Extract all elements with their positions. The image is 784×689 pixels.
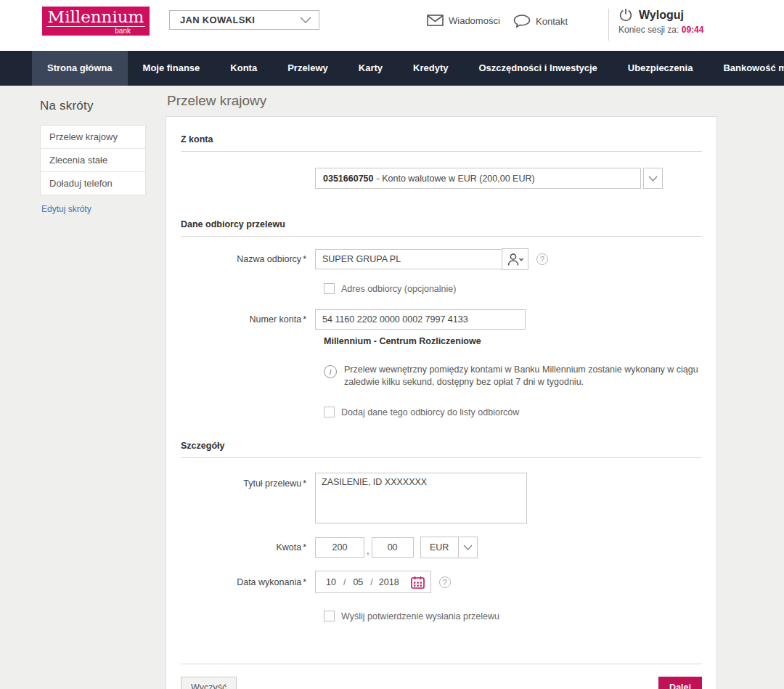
next-button[interactable]: Dalej [658,677,702,689]
info-icon: i [324,365,337,378]
envelope-icon [427,15,444,26]
account-number-input[interactable] [315,309,526,330]
form-buttons-row: Wyczyść Dalej [181,677,702,689]
add-recipient-checkbox-label: Dodaj dane tego odbiorcy do listy odbior… [341,407,519,417]
date-month[interactable]: 05 [346,577,370,587]
address-checkbox[interactable] [324,283,335,294]
amount-whole-input[interactable] [315,537,364,558]
logo-sub-label: bank [42,27,150,36]
date-day[interactable]: 10 [319,577,343,587]
amount-fraction-input[interactable] [372,537,414,558]
from-account-select[interactable]: 0351660750 - Konto walutowe w EUR (200,0… [315,168,641,189]
section-divider [181,236,702,237]
required-mark: * [303,542,306,553]
transfer-title-label: Tytuł przelewu* [181,473,315,489]
transfer-form-panel: Z konta 0351660750 - Konto walutowe w EU… [166,116,717,689]
required-mark: * [303,314,306,325]
shortcut-doladuj-telefon[interactable]: Doładuj telefon [41,172,145,195]
recipient-address-checkbox-row: Adres odbiorcy (opcjonalnie) [324,283,702,294]
execution-date-label: Data wykonania* [181,577,315,587]
header-divider [608,9,609,41]
account-description: - Konto walutowe w EUR (200,00 EUR) [377,174,535,184]
recipient-name-label: Nazwa odbiorcy* [181,254,315,264]
add-recipient-checkbox-row: Dodaj dane tego odbiorcy do listy odbior… [324,407,702,417]
session-time-value: 09:44 [682,25,704,35]
recipient-picker-button[interactable] [502,248,528,270]
clear-button[interactable]: Wyczyść [181,677,237,689]
transfer-title-row: Tytuł przelewu* ZASILENIE, ID XXXXXXX [181,473,702,523]
date-input-group[interactable]: 10 / 05 / 2018 [315,571,431,593]
recipient-help-icon[interactable]: ? [536,253,548,265]
nav-item-konta[interactable]: Konta [215,51,272,86]
add-recipient-checkbox[interactable] [324,407,335,417]
confirmation-checkbox-row: Wyślij potwierdzenie wysłania przelewu [324,611,702,621]
nav-item-strona-glowna[interactable]: Strona główna [32,51,128,86]
logo-wordmark: Millennium [46,7,145,27]
logout-button[interactable]: Wyloguj [618,8,703,23]
currency-select[interactable]: EUR [420,537,478,558]
nav-item-karty[interactable]: Karty [343,51,398,86]
page-title: Przelew krajowy [167,93,717,109]
shortcuts-title: Na skróty [40,99,146,113]
session-timer: Koniec sesji za: 09:44 [618,25,703,35]
person-icon [507,253,524,266]
nav-item-oszczednosci[interactable]: Oszczędności i Inwestycje [463,51,612,86]
user-profile-dropdown[interactable]: JAN KOWALSKI [169,10,319,30]
recipient-name-input[interactable] [315,249,502,269]
section-recipient: Dane odbiorcy przelewu [181,189,702,229]
main-navbar: Strona główna Moje finanse Konta Przelew… [0,51,784,86]
from-account-row: 0351660750 - Konto walutowe w EUR (200,0… [315,168,702,189]
section-details: Szczegóły [181,417,702,451]
messages-button[interactable]: Wiadomości [427,15,500,26]
shortcuts-sidebar: Na skróty Przelew krajowy Zlecenia stałe… [40,99,146,215]
contact-button[interactable]: Kontakt [513,15,568,28]
account-number: 0351660750 [323,174,374,184]
section-divider [181,457,702,458]
account-number-label: Numer konta* [181,314,315,325]
required-mark: * [303,577,306,587]
edit-shortcuts-link[interactable]: Edytuj skróty [41,204,91,214]
decimal-separator: , [367,545,369,556]
nav-item-bankowosc-mobilna[interactable]: Bankowość mobilna [708,51,784,86]
shortcut-zlecenia-stale[interactable]: Zlecenia stałe [41,149,145,172]
user-name: JAN KOWALSKI [180,15,255,25]
millennium-logo[interactable]: Millennium bank [42,7,150,36]
chevron-down-icon [648,176,658,182]
section-from-account: Z konta [181,117,702,144]
required-mark: * [303,254,306,264]
execution-date-row: Data wykonania* 10 / 05 / 2018 [181,571,702,593]
session-label: Koniec sesji za: [618,25,679,35]
nav-item-ubezpieczenia[interactable]: Ubezpieczenia [613,51,709,86]
address-checkbox-label: Adres odbiorcy (opcjonalnie) [341,284,456,294]
currency-value: EUR [421,537,458,558]
required-mark: * [303,478,306,489]
logout-label: Wyloguj [639,9,684,22]
recipient-bank-name: Millennium - Centrum Rozliczeniowe [324,336,702,346]
bottom-divider [181,664,702,664]
transfer-title-textarea[interactable]: ZASILENIE, ID XXXXXXX [315,473,527,523]
calendar-icon[interactable] [411,576,425,589]
chat-bubble-icon [513,15,531,28]
chevron-down-icon [458,537,477,558]
nav-item-przelewy[interactable]: Przelewy [272,51,343,86]
recipient-name-row: Nazwa odbiorcy* ? [181,248,702,270]
messages-label: Wiadomości [449,15,500,26]
nav-item-moje-finanse[interactable]: Moje finanse [128,51,216,86]
chevron-down-icon [300,17,311,23]
header: Millennium bank JAN KOWALSKI Wiadomości … [0,0,784,51]
confirmation-checkbox[interactable] [324,611,335,621]
amount-label: Kwota* [181,542,315,553]
contact-label: Kontakt [536,16,568,27]
account-number-row: Numer konta* [181,309,702,330]
amount-row: Kwota* , EUR [181,537,702,558]
info-text: Przelew wewnętrzny pomiędzy kontami w Ba… [344,364,702,388]
date-help-icon[interactable]: ? [439,576,451,588]
date-year[interactable]: 2018 [373,577,405,587]
from-account-dropdown-button[interactable] [643,168,663,189]
shortcut-przelew-krajowy[interactable]: Przelew krajowy [41,126,145,149]
section-divider [181,151,702,152]
main-column: Przelew krajowy Z konta 0351660750 - Kon… [166,91,717,689]
confirmation-checkbox-label: Wyślij potwierdzenie wysłania przelewu [341,611,499,621]
power-icon [618,8,633,23]
nav-item-kredyty[interactable]: Kredyty [398,51,463,86]
